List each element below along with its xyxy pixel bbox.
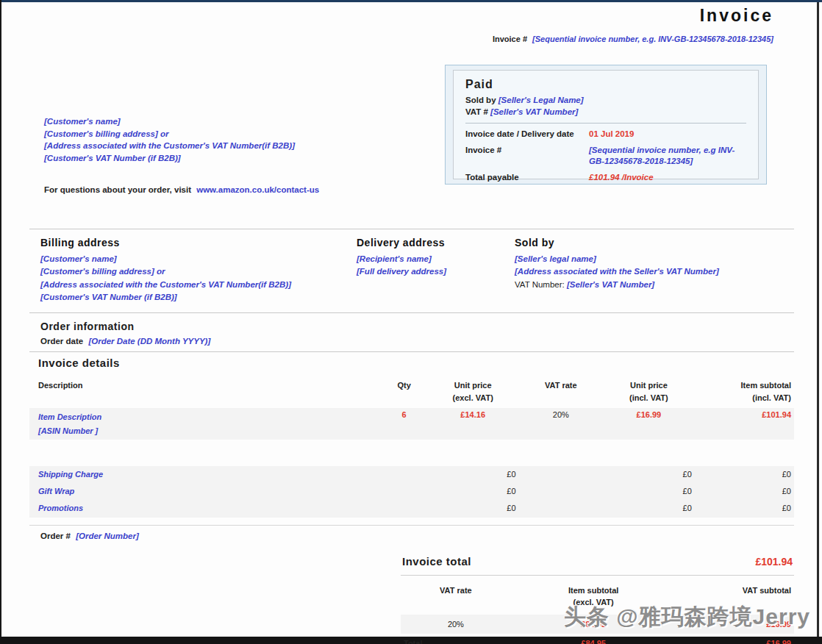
gift-wrap-label: Gift Wrap <box>29 483 381 500</box>
summary-total-item-subtotal: £84.95 <box>511 634 676 644</box>
details-header-row: Description Qty Unit price (excl. VAT) V… <box>29 373 794 408</box>
invoice-date-value: 01 Jul 2019 <box>589 129 746 140</box>
order-information-section: Order information Order date [Order Date… <box>29 313 794 351</box>
delivery-address-title: Delivery address <box>357 237 515 248</box>
col-item-subtotal: Item subtotal (incl. VAT) <box>695 373 794 408</box>
sold-by-placeholder: [Seller's Legal Name] <box>498 96 584 104</box>
summary-total-vat-subtotal: £16.99 <box>676 634 794 644</box>
sold-by-title: Sold by <box>515 237 794 248</box>
item-unit-price-excl: £14.16 <box>427 408 519 440</box>
billing-vat-number-placeholder: [Customer's VAT Number (if B2B)] <box>40 291 357 304</box>
gift-wrap-excl: £0 <box>427 483 519 500</box>
contact-us-link[interactable]: www.amazon.co.uk/contact-us <box>196 185 319 194</box>
vat-line: VAT # [Seller's VAT Number] <box>465 107 746 116</box>
summary-total-row: Total £84.95 £16.99 <box>401 634 794 644</box>
customer-vat-address-placeholder: [Address associated with the Customer's … <box>44 140 295 152</box>
item-description-placeholder: Item Description <box>38 410 378 424</box>
details-spacer-row <box>29 440 794 466</box>
invoice-details-title: Invoice details <box>38 357 794 369</box>
promotions-subtotal: £0 <box>695 500 794 517</box>
billing-address-title: Billing address <box>40 237 357 248</box>
empty-cell <box>519 466 603 483</box>
page-frame-left <box>0 0 1 644</box>
promotions-excl: £0 <box>427 500 519 517</box>
paid-box-divider <box>465 123 746 124</box>
invoice-details-table: Description Qty Unit price (excl. VAT) V… <box>29 373 794 526</box>
item-asin-placeholder: [ASIN Number ] <box>38 424 378 438</box>
total-payable-row: Total payable £101.94 /Invoice <box>465 172 746 183</box>
item-description-cell: Item Description [ASIN Number ] <box>29 408 381 440</box>
order-date-placeholder: [Order Date (DD Month YYYY)] <box>88 337 210 346</box>
address-columns: Billing address [Customer's name] [Custo… <box>29 229 794 312</box>
item-qty: 6 <box>381 408 426 440</box>
section-divider-details <box>29 351 794 352</box>
col-description: Description <box>29 373 381 408</box>
customer-address-block: [Customer's name] [Customer's billing ad… <box>44 115 295 165</box>
shipping-charge-label: Shipping Charge <box>29 466 381 483</box>
order-date-label: Order date <box>40 337 83 346</box>
billing-vat-address-placeholder: [Address associated with the Customer's … <box>40 279 357 291</box>
summary-total-label: Total <box>401 634 511 644</box>
invoice-no-placeholder: [Sequential invoice number, e.g INV-GB-1… <box>589 145 746 167</box>
invoice-number-placeholder: [Sequential invoice number, e.g. INV-GB-… <box>532 35 773 43</box>
page-title: Invoice <box>700 6 773 26</box>
order-number-label: Order # <box>40 532 71 540</box>
total-payable-value: £101.94 /Invoice <box>589 172 746 183</box>
questions-line: For questions about your order, visit ww… <box>44 185 319 194</box>
empty-cell <box>381 466 426 483</box>
invoice-date-row: Invoice date / Delivery date 01 Jul 2019 <box>465 129 746 140</box>
gift-wrap-subtotal: £0 <box>695 483 794 500</box>
sold-by-label: Sold by <box>465 96 496 104</box>
questions-text: For questions about your order, visit <box>44 185 191 194</box>
col-summary-vat-rate: VAT rate <box>401 577 511 615</box>
sold-by-line: Sold by [Seller's Legal Name] <box>465 96 746 104</box>
invoice-number-line: Invoice # [Sequential invoice number, e.… <box>493 35 773 43</box>
empty-cell <box>519 483 603 500</box>
seller-vat-line: VAT Number: [Seller's VAT Number] <box>515 279 794 291</box>
order-number-line: Order # [Order Number] <box>40 532 794 540</box>
promotions-row: Promotions £0 £0 £0 <box>29 500 794 517</box>
shipping-charge-subtotal: £0 <box>695 466 794 483</box>
delivery-address-section: Delivery address [Recipient's name] [Ful… <box>357 235 515 304</box>
invoice-total-title: Invoice total <box>402 555 471 568</box>
customer-vat-number-placeholder: [Customer's VAT Number (if B2B)] <box>44 152 295 165</box>
vat-label: VAT # <box>465 107 488 116</box>
page-frame-top <box>0 0 822 2</box>
shipping-charge-excl: £0 <box>427 466 519 483</box>
invoice-no-label: Invoice # <box>465 145 589 167</box>
seller-vat-placeholder: [Seller's VAT Number] <box>567 280 654 289</box>
customer-billing-address-placeholder: [Customer's billing address] or <box>44 128 295 140</box>
gift-wrap-incl: £0 <box>603 483 695 500</box>
empty-cell <box>381 483 426 500</box>
item-row: Item Description [ASIN Number ] 6 £14.16… <box>29 408 794 440</box>
total-payable-label: Total payable <box>465 172 589 183</box>
order-information-title: Order information <box>40 321 794 332</box>
col-unit-price-incl: Unit price (incl. VAT) <box>603 373 695 408</box>
order-number-placeholder: [Order Number] <box>76 532 139 540</box>
paid-status: Paid <box>465 78 746 91</box>
page-frame-right <box>817 2 819 638</box>
col-qty: Qty <box>381 373 426 408</box>
col-vat-rate: VAT rate <box>519 373 603 408</box>
invoice-total-header: Invoice total £101.94 <box>401 552 794 576</box>
shipping-charge-incl: £0 <box>603 466 695 483</box>
invoice-date-label: Invoice date / Delivery date <box>465 129 589 140</box>
sold-by-section: Sold by [Seller's legal name] [Address a… <box>515 235 794 304</box>
order-date-line: Order date [Order Date (DD Month YYYY)] <box>40 337 794 346</box>
billing-name-placeholder: [Customer's name] <box>40 253 357 265</box>
empty-cell <box>381 500 426 517</box>
item-unit-price-incl: £16.99 <box>603 408 695 440</box>
invoice-total-amount: £101.94 <box>755 556 793 568</box>
customer-name-placeholder: [Customer's name] <box>44 115 295 128</box>
seller-address-placeholder: [Address associated with the Seller's VA… <box>515 265 794 278</box>
invoice-no-row: Invoice # [Sequential invoice number, e.… <box>465 145 746 167</box>
recipient-name-placeholder: [Recipient's name] <box>357 253 515 265</box>
col-unit-price-excl: Unit price (excl. VAT) <box>427 373 519 408</box>
paid-summary-inner: Paid Sold by [Seller's Legal Name] VAT #… <box>453 70 759 179</box>
seller-name-placeholder: [Seller's legal name] <box>515 253 794 265</box>
watermark-text: 头条 @雅玛森跨境Jerry <box>564 602 810 632</box>
billing-address-section: Billing address [Customer's name] [Custo… <box>40 235 357 304</box>
promotions-label: Promotions <box>29 500 381 517</box>
vat-placeholder: [Seller's VAT Number] <box>490 107 578 116</box>
item-vat-rate: 20% <box>519 408 603 440</box>
